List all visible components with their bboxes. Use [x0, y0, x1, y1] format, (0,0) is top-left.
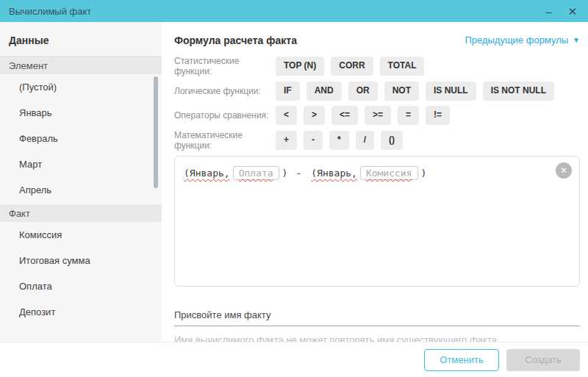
function-button[interactable]: TOP (N)	[276, 57, 324, 75]
function-button[interactable]: =	[398, 106, 419, 124]
titlebar: Вычислимый факт – ✕	[0, 0, 588, 22]
function-button[interactable]: -	[304, 131, 323, 149]
previous-formulas-dropdown[interactable]: Предыдущие формулы ▼	[465, 35, 580, 46]
formula-field-chip[interactable]: Комиссия	[360, 166, 418, 180]
formula-token: )	[282, 168, 288, 179]
function-buttons: +-*/()	[276, 131, 403, 149]
function-buttons: <><=>==!=	[276, 106, 450, 124]
chevron-down-icon: ▼	[573, 37, 580, 44]
formula-editor[interactable]: (Январь,Оплата)-(Январь,Комиссия) ✕	[174, 156, 580, 287]
function-button[interactable]: >	[304, 106, 325, 124]
function-row: Математические функции:+-*/()	[174, 130, 580, 151]
create-button[interactable]: Создать	[506, 349, 580, 371]
sidebar-group-items: КомиссияИтоговая суммаОплатаДепозит	[0, 222, 162, 325]
function-row: Логические функции:IFANDORNOTIS NULLIS N…	[174, 82, 580, 101]
function-button[interactable]: AND	[306, 82, 342, 100]
minimize-icon[interactable]: –	[542, 4, 556, 18]
function-buttons: TOP (N)CORRTOTAL	[276, 57, 424, 75]
function-row-label: Логические функции:	[174, 86, 276, 96]
sidebar-item[interactable]: Оплата	[0, 273, 162, 299]
sidebar-item[interactable]: Итоговая сумма	[0, 248, 162, 273]
previous-formulas-label: Предыдущие формулы	[465, 35, 568, 46]
dialog-footer: Отменить Создать	[0, 342, 588, 377]
function-button[interactable]: OR	[348, 82, 378, 100]
function-button[interactable]: <	[276, 106, 297, 124]
window-title: Вычислимый факт	[9, 6, 91, 17]
formula-chip-text: Комиссия	[366, 168, 412, 179]
clear-icon: ✕	[560, 165, 567, 176]
sidebar-group-header: Факт	[0, 204, 162, 222]
page-title: Формула расчета факта	[174, 35, 297, 46]
function-button-rows: Статистические функции:TOP (N)CORRTOTALЛ…	[174, 56, 580, 151]
calculated-fact-dialog: Вычислимый факт – ✕ Данные Элемент(Пусто…	[0, 0, 588, 377]
formula-panel: Формула расчета факта Предыдущие формулы…	[162, 22, 588, 342]
function-row-label: Статистические функции:	[174, 56, 276, 76]
sidebar-scrollbar[interactable]	[154, 76, 158, 188]
function-button[interactable]: >=	[365, 106, 391, 124]
function-row-label: Математические функции:	[174, 130, 276, 151]
function-row: Операторы сравнения:<><=>==!=	[174, 106, 580, 125]
function-button[interactable]: NOT	[384, 82, 419, 100]
sidebar-item[interactable]: Комиссия	[0, 222, 162, 248]
sidebar-item[interactable]: Май	[0, 203, 162, 204]
sidebar-groups: Элемент(Пустой)ЯнварьФевральМартАпрельМа…	[0, 57, 162, 325]
data-sidebar: Данные Элемент(Пустой)ЯнварьФевральМартА…	[0, 22, 162, 342]
sidebar-item[interactable]: Январь	[0, 100, 162, 126]
cancel-button[interactable]: Отменить	[424, 349, 499, 371]
function-row-label: Операторы сравнения:	[174, 110, 276, 121]
function-button[interactable]: TOTAL	[380, 57, 425, 75]
fact-name-input[interactable]	[174, 305, 580, 326]
function-button[interactable]: IS NULL	[426, 82, 476, 100]
formula-expression: (Январь,Оплата)-(Январь,Комиссия)	[184, 166, 550, 180]
function-button[interactable]: ()	[381, 131, 403, 149]
sidebar-group-header: Элемент	[0, 57, 162, 74]
sidebar-item[interactable]: Апрель	[0, 177, 162, 203]
formula-field-chip[interactable]: Оплата	[233, 166, 279, 180]
function-button[interactable]: CORR	[331, 57, 373, 75]
sidebar-item[interactable]: Март	[0, 151, 162, 177]
fact-name-field	[174, 305, 580, 326]
function-buttons: IFANDORNOTIS NULLIS NOT NULL	[276, 82, 554, 100]
sidebar-item[interactable]: Февраль	[0, 126, 162, 151]
function-button[interactable]: /	[356, 131, 374, 149]
function-button[interactable]: !=	[426, 106, 450, 124]
function-button[interactable]: *	[329, 131, 349, 149]
sidebar-item[interactable]: (Пустой)	[0, 74, 162, 100]
function-button[interactable]: IS NOT NULL	[483, 82, 554, 100]
function-button[interactable]: <=	[331, 106, 358, 124]
function-button[interactable]: IF	[276, 82, 300, 100]
sidebar-group-items: (Пустой)ЯнварьФевральМартАпрельМай	[0, 74, 162, 204]
formula-chip-text: Оплата	[239, 168, 273, 179]
function-row: Статистические функции:TOP (N)CORRTOTAL	[174, 56, 580, 76]
formula-panel-header: Формула расчета факта Предыдущие формулы…	[174, 35, 580, 46]
formula-token: -	[295, 168, 301, 179]
window-controls: – ✕	[542, 4, 579, 18]
function-button[interactable]: +	[276, 131, 297, 149]
close-icon[interactable]: ✕	[566, 4, 579, 18]
formula-token: )	[421, 168, 427, 179]
clear-formula-button[interactable]: ✕	[556, 162, 572, 179]
formula-token: (Январь,	[184, 168, 230, 179]
sidebar-item[interactable]: Депозит	[0, 299, 162, 325]
sidebar-title: Данные	[0, 22, 162, 57]
formula-token: (Январь,	[311, 168, 357, 179]
